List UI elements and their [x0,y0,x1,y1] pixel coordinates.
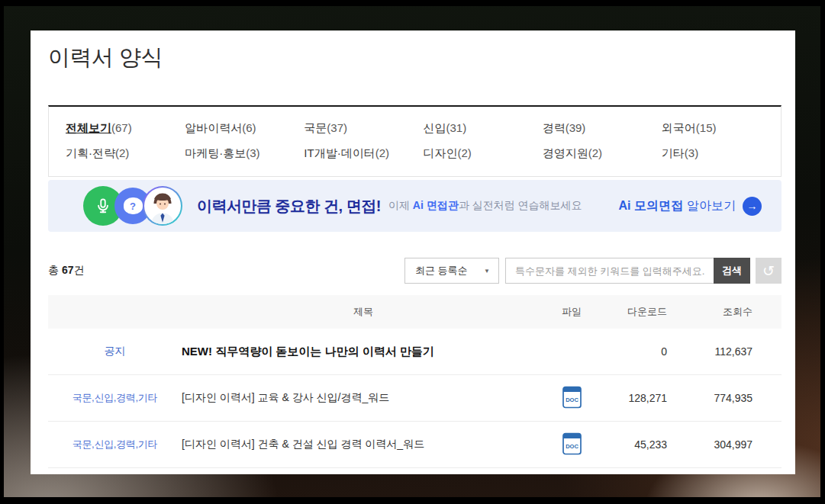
resume-list-table: 제목 파일 다운로드 조회수 공지 NEW! 직무역량이 돋보이는 나만의 이력… [48,295,781,468]
header-downloads: 다운로드 [598,305,675,319]
category-tab[interactable]: 외국어(15) [662,121,781,136]
row-views: 112,637 [675,345,781,358]
category-tab[interactable]: 디자인(2) [424,146,543,161]
search-input[interactable] [505,258,714,284]
table-header: 제목 파일 다운로드 조회수 [48,295,781,329]
arrow-right-icon: → [743,197,762,216]
doc-file-icon[interactable]: DOC [545,432,598,457]
refresh-icon: ↺ [762,264,775,278]
row-views: 774,935 [675,392,781,404]
row-title-link[interactable]: NEW! 직무역량이 돋보이는 나만의 이력서 만들기 [182,345,545,359]
chevron-down-icon: ▼ [484,268,490,274]
table-row[interactable]: 국문,신입,경력,기타 [디자인 이력서] 건축 & 건설 신입 경력 이력서_… [48,422,781,468]
banner-subtext: 이제 Ai 면접관과 실전처럼 연습해보세요 [388,199,582,213]
svg-text:DOC: DOC [566,443,578,450]
reset-button[interactable]: ↺ [756,258,781,284]
row-downloads: 45,233 [598,438,675,451]
header-file: 파일 [545,305,598,319]
row-title-link[interactable]: [디자인 이력서] 교육 & 강사 신입/경력_워드 [182,391,545,405]
sort-selected-value: 최근 등록순 [415,264,468,278]
row-title-link[interactable]: [디자인 이력서] 건축 & 건설 신입 경력 이력서_워드 [182,438,545,451]
row-downloads: 128,271 [598,392,675,404]
search-button[interactable]: 검색 [714,258,750,284]
resume-forms-panel: 이력서 양식 전체보기(67) 알바이력서(6) 국문(37) 신입(31) 경… [31,30,795,474]
row-category[interactable]: 국문,신입,경력,기타 [48,391,182,405]
svg-text:DOC: DOC [566,396,578,403]
ai-mock-interview-link[interactable]: Ai 모의면접 알아보기 → [619,197,762,216]
page-title: 이력서 양식 [48,43,781,73]
ai-interviewer-link: Ai 면접관 [413,199,459,211]
row-downloads: 0 [598,345,675,358]
category-tab[interactable]: 알바이력서(6) [185,121,304,136]
category-tab[interactable]: 경력(39) [543,121,662,136]
row-category[interactable]: 국문,신입,경력,기타 [48,438,182,451]
category-tab[interactable]: 경영지원(2) [543,146,662,161]
total-count: 총 67건 [48,264,84,278]
category-tab[interactable]: 신입(31) [424,121,543,136]
interviewer-avatar [143,186,182,226]
category-tab[interactable]: 마케팅·홍보(3) [185,146,304,161]
category-tab[interactable]: 국문(37) [304,121,423,136]
category-filter-box: 전체보기(67) 알바이력서(6) 국문(37) 신입(31) 경력(39) 외… [48,105,781,177]
header-views: 조회수 [675,305,781,319]
table-row[interactable]: 국문,신입,경력,기타 [디자인 이력서] 교육 & 강사 신입/경력_워드 D… [48,375,781,422]
doc-file-icon[interactable]: DOC [545,386,598,411]
sort-dropdown[interactable]: 최근 등록순 ▼ [404,258,499,284]
header-title: 제목 [182,305,545,319]
table-row-notice[interactable]: 공지 NEW! 직무역량이 돋보이는 나만의 이력서 만들기 0 112,637 [48,329,781,375]
category-tab[interactable]: 기타(3) [662,146,781,161]
banner-headline: 이력서만큼 중요한 건, 면접! [197,196,381,217]
category-tab[interactable]: IT개발·데이터(2) [304,146,423,161]
ai-interview-banner[interactable]: ? 이력서만큼 중요한 건, 면접! 이제 Ai 면접관과 실전처럼 연습해보세… [48,180,781,232]
category-tab[interactable]: 기획·전략(2) [66,146,185,161]
category-tab-all[interactable]: 전체보기(67) [66,121,185,136]
row-category[interactable]: 공지 [48,345,182,358]
row-views: 304,997 [675,438,781,451]
list-controls: 총 67건 최근 등록순 ▼ 검색 ↺ [48,258,781,284]
